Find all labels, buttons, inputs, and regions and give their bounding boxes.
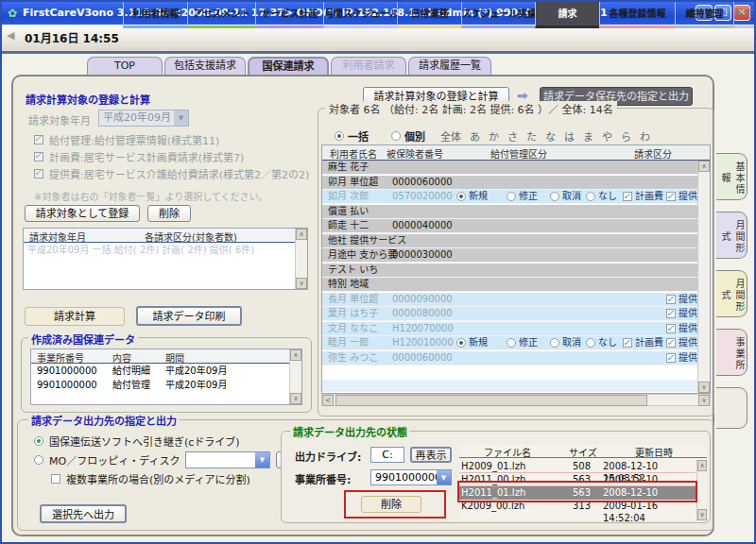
- kana-all[interactable]: 全体: [440, 128, 461, 144]
- provide-fee-checkbox[interactable]: [666, 295, 676, 304]
- fix-radio[interactable]: [507, 192, 516, 201]
- scroll-down-icon[interactable]: ∨: [290, 393, 301, 404]
- kana-ma[interactable]: ま: [583, 128, 593, 144]
- table-row[interactable]: 他社 提供サービス: [322, 234, 698, 248]
- mo-floppy-radio[interactable]: [34, 455, 43, 465]
- table-row[interactable]: 長月 単位超0000090000 提供費: [322, 293, 698, 307]
- media-combo[interactable]: ▼: [185, 451, 270, 468]
- table-row[interactable]: 月途中 支から要0000030000: [322, 248, 698, 263]
- kana-ya[interactable]: や: [602, 128, 612, 144]
- provide-fee-checkbox[interactable]: [666, 338, 676, 348]
- table-row[interactable]: 9901000000 給付明細 平成20年09月: [31, 365, 288, 379]
- plan-fee-checkbox[interactable]: [623, 192, 632, 201]
- scroll-down-icon[interactable]: ∨: [697, 509, 707, 520]
- scroll-up-icon[interactable]: ∧: [698, 161, 710, 172]
- month-list-row[interactable]: 平成20年09月 一括 給付( 2件) 計画( 2件) 提供( 6件): [24, 244, 294, 258]
- kana-na[interactable]: な: [545, 128, 556, 144]
- fix-radio[interactable]: [507, 338, 516, 348]
- scroll-down-icon[interactable]: ∨: [296, 278, 307, 289]
- split-media-checkbox[interactable]: [51, 474, 60, 484]
- created-data-list[interactable]: 事業所番号 内容 期間 9901000000 給付明細 平成20年09月 990…: [30, 348, 302, 405]
- target-month-list[interactable]: 請求対象年月 各請求区分(対象者数) 平成20年09月 一括 給付( 2件) 計…: [23, 228, 308, 290]
- subtab-kokuhoren-active[interactable]: 国保連請求: [248, 57, 329, 76]
- kana-ha[interactable]: は: [564, 128, 575, 144]
- individual-radio[interactable]: [391, 131, 401, 141]
- table-row[interactable]: 麻生 花子: [322, 161, 698, 175]
- nav-tab-assessment[interactable]: アセスメント: [187, 2, 255, 28]
- output-to-selected-button[interactable]: 選択先へ出力: [40, 504, 127, 523]
- subtab-top[interactable]: TOP: [87, 57, 163, 76]
- nav-tab-daily[interactable]: 日常業務: [397, 2, 461, 28]
- table-row[interactable]: K2009_00.lzh 313 2009-01-16 14:52:04: [459, 500, 696, 513]
- side-tab-monthly-format-1[interactable]: 月間形式: [716, 212, 747, 259]
- new-radio[interactable]: [456, 192, 466, 201]
- nav-tab-schedule-result[interactable]: スケジュール実績: [461, 2, 535, 28]
- none-radio[interactable]: [586, 192, 595, 201]
- table-row[interactable]: 葉月 はち子0000080000 提供費: [322, 307, 698, 321]
- delete-file-button[interactable]: 削除: [361, 496, 421, 513]
- kana-sa[interactable]: さ: [507, 128, 518, 144]
- side-tab-basic-info[interactable]: 基本情報: [716, 153, 747, 200]
- provide-fee-checkbox[interactable]: [666, 192, 676, 201]
- plan-fee-checkbox[interactable]: [623, 338, 632, 348]
- back-arrow-icon[interactable]: ◀: [7, 29, 14, 42]
- created-list-scrollbar[interactable]: ∧ ∨: [289, 349, 301, 404]
- nav-tab-kyotaku[interactable]: 居宅支援: [733, 2, 756, 28]
- kana-ka[interactable]: か: [489, 128, 499, 144]
- nav-tab-seikyu-selected[interactable]: 請求: [535, 2, 599, 28]
- provide-fee-checkbox[interactable]: [666, 324, 676, 333]
- new-radio[interactable]: [456, 338, 466, 348]
- provide-fee-checkbox[interactable]: [666, 353, 676, 363]
- keikaku-checkbox[interactable]: [34, 152, 43, 162]
- calc-button[interactable]: 請求計算: [25, 307, 125, 326]
- table-row[interactable]: テスト いち: [322, 264, 698, 278]
- office-combo[interactable]: 9901000000▼: [370, 469, 452, 485]
- table-row[interactable]: H2009_01.lzh 508 2008-12-10 15:03:52: [459, 460, 696, 473]
- cancel-radio[interactable]: [550, 192, 559, 201]
- nav-tab-maintenance[interactable]: 維持管理: [675, 2, 733, 28]
- side-tab-empty[interactable]: [716, 387, 747, 429]
- table-row[interactable]: 師走 十二0000040000: [322, 219, 698, 233]
- table-row[interactable]: 弥生 みつこ0000060000 提供費: [322, 351, 698, 366]
- side-tab-office[interactable]: 事業所: [716, 329, 747, 376]
- drive-refresh-button[interactable]: 再表示: [410, 447, 452, 463]
- side-tab-monthly-format-2[interactable]: 月間形式: [716, 270, 747, 317]
- teikyo-checkbox[interactable]: [34, 169, 43, 178]
- table-row-selected[interactable]: H2011_01.lzh 563 2008-12-10 15:03:52: [459, 486, 696, 500]
- table-row[interactable]: 如月 次郎0570020000 新規 修正 取消 なし 計画費 提供費: [322, 190, 698, 204]
- table-row[interactable]: 卯月 単位超0000060000: [322, 176, 698, 190]
- targets-table-scrollbar[interactable]: ∧ ∨: [697, 161, 710, 393]
- kokuhoren-transfer-radio[interactable]: [34, 436, 43, 446]
- scroll-down-icon[interactable]: ∨: [698, 382, 710, 393]
- kana-a[interactable]: あ: [470, 128, 480, 144]
- file-table-scrollbar[interactable]: ∧ ∨: [696, 460, 707, 520]
- nav-tab-monthly-schedule[interactable]: 月間スケジュール: [323, 2, 397, 28]
- provide-fee-checkbox[interactable]: [666, 309, 676, 318]
- table-row[interactable]: 文月 ななこH120070000 提供費: [322, 322, 698, 336]
- nav-tab-service-plan[interactable]: サービス計画: [255, 2, 323, 28]
- delete-target-button[interactable]: 削除: [147, 205, 191, 222]
- table-row[interactable]: 9901000000 給付管理 平成20年09月: [31, 379, 288, 393]
- targets-table-hscrollbar[interactable]: < ∨: [321, 394, 711, 406]
- cancel-radio[interactable]: [550, 338, 559, 348]
- target-month-combo[interactable]: 平成20年09月▼: [98, 110, 189, 127]
- print-data-button[interactable]: 請求データ印刷: [136, 306, 242, 326]
- table-row[interactable]: 睦月 一郎H120010000 新規 修正 取消 なし 計画費 提供費: [322, 336, 698, 350]
- month-list-scrollbar[interactable]: ∧ ∨: [295, 229, 307, 289]
- scroll-thumb[interactable]: [335, 395, 647, 406]
- none-radio[interactable]: [586, 338, 595, 348]
- table-row[interactable]: 特別 地域: [322, 278, 698, 292]
- kyufu-checkbox[interactable]: [34, 135, 43, 144]
- subtab-rireki[interactable]: 請求履歴一覧: [408, 57, 491, 76]
- batch-radio[interactable]: [335, 131, 344, 141]
- drive-input[interactable]: C:: [370, 447, 404, 463]
- subtab-hokatsu[interactable]: 包括支援請求: [164, 57, 246, 76]
- nav-tab-registration[interactable]: 各種登録情報: [599, 2, 675, 28]
- nav-tab-riyosha[interactable]: 利用者情報: [123, 2, 187, 28]
- scroll-up-icon[interactable]: ∧: [296, 229, 307, 240]
- register-target-button[interactable]: 請求対象として登録: [25, 205, 140, 222]
- table-row[interactable]: 償還 払い: [322, 205, 698, 219]
- kana-ta[interactable]: た: [526, 128, 537, 144]
- scroll-right-icon[interactable]: ∨: [698, 395, 710, 406]
- kana-wa[interactable]: わ: [640, 128, 650, 144]
